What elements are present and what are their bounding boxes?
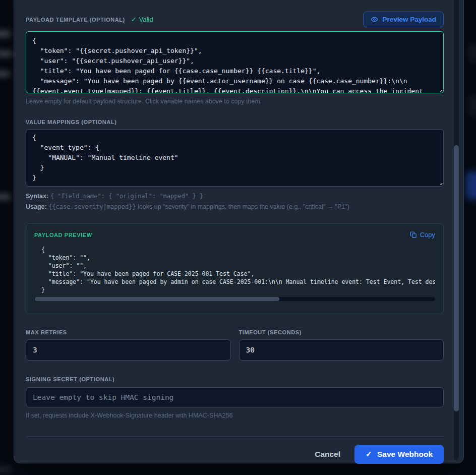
- preview-horizontal-scrollbar[interactable]: [34, 297, 435, 301]
- save-webhook-button[interactable]: ✓ Save Webhook: [354, 445, 444, 464]
- value-mappings-label: VALUE MAPPINGS (OPTIONAL): [26, 119, 444, 125]
- usage-hint-label: Usage:: [26, 203, 47, 210]
- webhook-config-modal: PAYLOAD TEMPLATE (OPTIONAL) ✓ Valid Prev…: [14, 0, 464, 463]
- check-icon: ✓: [366, 450, 372, 459]
- background-artifact: [0, 50, 13, 57]
- usage-hint: Usage: {{case.severity|mapped}} looks up…: [26, 203, 444, 210]
- preview-payload-label: Preview Payload: [382, 16, 436, 23]
- eye-icon: [371, 16, 378, 23]
- payload-preview-label: PAYLOAD PREVIEW: [34, 232, 92, 238]
- valid-badge: ✓ Valid: [131, 16, 153, 23]
- syntax-hint-label: Syntax:: [26, 193, 48, 200]
- timeout-input[interactable]: [239, 339, 444, 361]
- preview-payload-button[interactable]: Preview Payload: [363, 12, 444, 27]
- valid-badge-label: Valid: [139, 16, 153, 23]
- payload-preview-code: { "token": "", "user": "", "title": "You…: [34, 246, 435, 295]
- background-artifact: [0, 466, 12, 472]
- copy-button-label: Copy: [420, 231, 435, 239]
- background-button-glow: [465, 171, 476, 200]
- background-artifact: [467, 96, 476, 116]
- max-retries-input[interactable]: [26, 339, 231, 361]
- payload-template-helper: Leave empty for default payload structur…: [26, 98, 444, 105]
- save-webhook-label: Save Webhook: [377, 450, 433, 459]
- value-mappings-textarea[interactable]: { "event_type": { "MANUAL": "Manual time…: [26, 129, 444, 187]
- usage-hint-code: {{case.severity|mapped}}: [48, 203, 136, 210]
- background-artifact: [0, 194, 11, 200]
- modal-scrollbar-thumb[interactable]: [454, 145, 459, 411]
- background-artifact: [0, 71, 10, 77]
- background-artifact: [0, 30, 11, 37]
- scrollbar-thumb[interactable]: [35, 297, 279, 301]
- syntax-hint: Syntax: { "field_name": { "original": "m…: [26, 193, 444, 200]
- payload-template-textarea[interactable]: { "token": "{{secret.pushover_api_token}…: [26, 31, 444, 93]
- copy-icon: [410, 231, 417, 239]
- payload-preview-panel: PAYLOAD PREVIEW Copy { "token": "", "use…: [26, 223, 444, 314]
- signing-secret-input[interactable]: [26, 387, 444, 407]
- max-retries-label: MAX RETRIES: [26, 329, 231, 335]
- cancel-button[interactable]: Cancel: [308, 446, 347, 463]
- signing-secret-helper: If set, requests include X-Webhook-Signa…: [26, 412, 444, 419]
- syntax-hint-code: { "field_name": { "original": "mapped" }…: [50, 193, 203, 200]
- usage-hint-text: looks up "severity" in mappings, then ma…: [136, 203, 349, 210]
- check-icon: ✓: [131, 16, 137, 23]
- copy-button[interactable]: Copy: [410, 231, 435, 239]
- background-artifact: [468, 44, 476, 62]
- payload-template-label: PAYLOAD TEMPLATE (OPTIONAL): [26, 17, 125, 23]
- signing-secret-label: SIGNING SECRET (OPTIONAL): [26, 376, 114, 382]
- timeout-label: TIMEOUT (SECONDS): [239, 329, 444, 335]
